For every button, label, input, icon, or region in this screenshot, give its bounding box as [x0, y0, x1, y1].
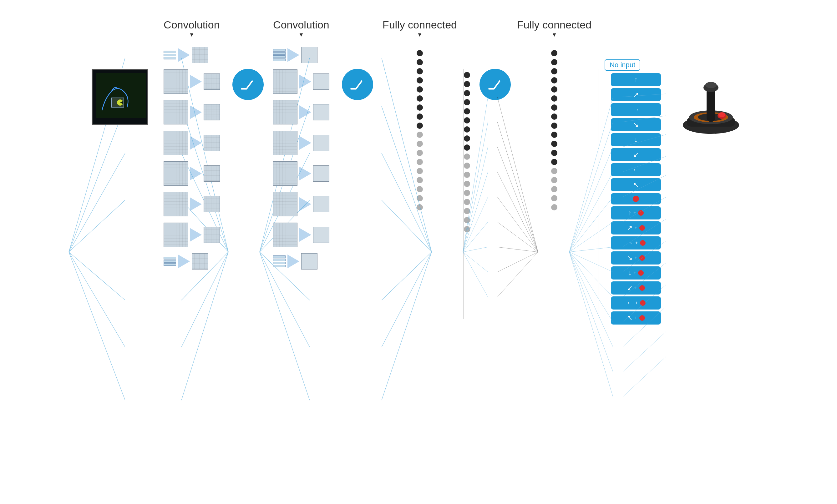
svg-line-29 [381, 252, 432, 300]
conv2-filter-0 [273, 47, 330, 63]
conv2-section: Convolution ▼ [273, 19, 330, 270]
fc1-col2-neurons [464, 72, 470, 232]
conv1-filter-2 [164, 100, 220, 124]
action-btn-down-right[interactable]: ↘ [611, 118, 661, 131]
conv2-slice [273, 49, 286, 52]
activation2-circle [342, 69, 373, 100]
fc1-neurons [416, 50, 423, 211]
action-btn-right-fire[interactable]: → + [611, 236, 661, 250]
fc1-neuron-7 [416, 113, 423, 120]
conv1-slice [164, 51, 176, 53]
conv2-label: Convolution [273, 19, 330, 31]
action-btn-down[interactable]: ↓ [611, 133, 661, 146]
fc1-neuron-3 [416, 77, 423, 84]
action-btn-up-right[interactable]: ↗ [611, 88, 661, 101]
conv1-arrow: ▼ [189, 32, 195, 38]
fc1-neuron-1 [416, 59, 423, 65]
action-btn-up-fire[interactable]: ↑ + [611, 206, 661, 219]
fire-dot-4 [640, 240, 645, 246]
conv1-filter-5 [164, 192, 220, 216]
conv2-out-1 [313, 73, 330, 90]
activation1-circle [232, 69, 264, 100]
conv1-small-filter-7 [192, 253, 208, 270]
action-btn-up-right-fire[interactable]: ↗ + [611, 221, 661, 234]
fire-dot [633, 196, 639, 202]
conv2-cone-4 [299, 167, 311, 180]
fc2-neuron-0 [551, 50, 557, 56]
action-btn-left[interactable]: ← [611, 163, 661, 176]
conv2-slice [273, 55, 286, 58]
conv2-filters [273, 47, 330, 270]
conv2-label-wrap: Convolution ▼ [273, 19, 330, 44]
action-btn-left-fire[interactable]: ← + [611, 296, 661, 309]
fire-dot-3 [639, 225, 645, 231]
fc1-col2-neuron-17 [464, 226, 470, 232]
joystick-icon [677, 69, 745, 138]
conv2-out-2 [313, 104, 330, 120]
fc1-neuron-15 [416, 186, 423, 192]
conv2-cone-6 [299, 228, 311, 242]
fc1-neuron-11 [416, 150, 423, 156]
conv2-cone-2 [299, 105, 311, 119]
fc2-neuron-7 [551, 113, 557, 120]
conv1-filter-6 [164, 222, 220, 247]
conv1-filter-1 [164, 69, 220, 94]
fire-dot-2 [638, 210, 644, 216]
conv1-slice [164, 54, 176, 56]
fc2-neuron-15 [551, 186, 557, 192]
fc2-neuron-5 [551, 95, 557, 102]
action-btn-down-left[interactable]: ↙ [611, 148, 661, 161]
conv2-filter-6 [273, 222, 330, 247]
fire-plus-icon: + [634, 270, 636, 276]
conv2-slice [273, 262, 286, 264]
joystick-section [677, 69, 745, 138]
conv1-small-filter-1 [203, 73, 220, 90]
action-btn-down-right-fire[interactable]: ↘ + [611, 251, 661, 265]
svg-rect-86 [707, 88, 715, 122]
action-btn-up[interactable]: ↑ [611, 73, 661, 86]
separator-2 [598, 69, 598, 319]
fc2-section: Fully connected ▼ [517, 19, 591, 211]
conv2-filter-4 [273, 161, 330, 186]
fc2-neuron-11 [551, 150, 557, 156]
conv2-out-3 [313, 135, 330, 151]
conv1-small-filter-6 [203, 227, 220, 243]
conv1-cone-3 [190, 136, 202, 150]
fire-plus-icon: + [634, 285, 637, 291]
fc1-col2-neuron-13 [464, 190, 470, 196]
fc1-arrow: ▼ [417, 32, 423, 38]
fire-dot-9 [639, 315, 645, 321]
action-btn-right[interactable]: → [611, 103, 661, 116]
conv1-main-filter-3 [164, 131, 188, 155]
conv2-out-0 [301, 47, 318, 63]
svg-line-40 [463, 252, 488, 297]
svg-line-30 [381, 252, 432, 347]
fc2-neurons [551, 50, 557, 211]
fire-dot-5 [639, 255, 645, 261]
action-btn-up-left-fire[interactable]: ↖ + [611, 311, 661, 325]
conv1-cone-5 [190, 197, 202, 211]
conv1-main-filter-6 [164, 222, 188, 247]
action-btn-up-left[interactable]: ↖ [611, 178, 661, 191]
conv1-slice [164, 260, 176, 263]
conv1-section: Convolution ▼ [164, 19, 220, 270]
action-btn-fire[interactable] [611, 193, 661, 204]
action-btn-down-fire[interactable]: ↓ + [611, 266, 661, 280]
svg-line-47 [497, 247, 538, 252]
activation3-circle [480, 69, 511, 100]
fc2-neuron-9 [551, 132, 557, 138]
action-btn-down-left-fire[interactable]: ↙ + [611, 282, 661, 294]
conv2-main-6 [273, 222, 298, 247]
svg-line-1 [69, 106, 125, 252]
fc1-col2-neuron-2 [464, 90, 470, 96]
svg-line-49 [497, 252, 538, 297]
fc2-arrow: ▼ [551, 32, 557, 38]
fc1-neuron-4 [416, 86, 423, 92]
conv2-cone-7 [287, 254, 299, 268]
fire-plus-icon: + [634, 255, 637, 261]
svg-line-23 [260, 252, 310, 400]
conv2-cone-0 [287, 48, 299, 62]
svg-line-74 [622, 331, 666, 372]
conv1-filter-7 [164, 253, 220, 270]
conv1-slice [164, 263, 176, 266]
